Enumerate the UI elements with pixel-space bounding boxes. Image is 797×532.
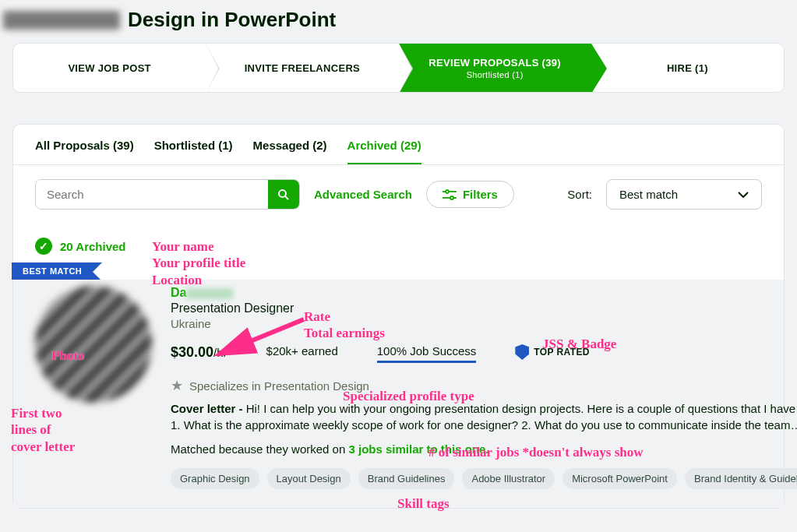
sliders-icon: [443, 189, 457, 200]
skill-tag[interactable]: Brand Guidelines: [358, 468, 455, 489]
top-rated-badge: TOP RATED: [515, 344, 590, 360]
redacted-name: [186, 288, 233, 299]
avatar[interactable]: [35, 286, 152, 403]
svg-point-3: [446, 190, 449, 193]
step-invite[interactable]: INVITE FREELANCERS: [206, 44, 398, 92]
tab-shortlisted[interactable]: Shortlisted (1): [154, 139, 233, 164]
job-success: 100% Job Success: [377, 344, 477, 363]
star-icon: ★: [171, 377, 183, 394]
step-hire[interactable]: HIRE (1): [591, 44, 784, 92]
sort-select[interactable]: Best match: [606, 179, 762, 210]
chevron-down-icon: [738, 192, 749, 198]
search-icon: [277, 188, 291, 202]
search-row: Advanced Search Filters Sort: Best match: [13, 165, 784, 224]
search-wrap: [35, 179, 300, 210]
skill-tag[interactable]: Layout Design: [267, 468, 351, 489]
step-view-job[interactable]: VIEW JOB POST: [13, 44, 206, 92]
archived-section-header[interactable]: ✓ 20 Archived: [13, 224, 784, 262]
check-circle-icon: ✓: [35, 238, 52, 255]
page-title: Design in PowerPoint: [0, 0, 797, 43]
shield-icon: [515, 344, 529, 360]
profile-title: Presentation Designer: [171, 301, 797, 315]
cover-letter: Cover letter - Hi! I can help you with y…: [171, 400, 797, 433]
svg-point-5: [450, 196, 453, 199]
skill-tag[interactable]: Brand Identity & Guidelines: [685, 468, 797, 489]
proposal-card[interactable]: Da Presentation Designer Ukraine $30.00/…: [13, 280, 784, 508]
tab-archived[interactable]: Archived (29): [347, 139, 421, 164]
search-button[interactable]: [268, 180, 299, 209]
sort-label: Sort:: [567, 188, 592, 201]
specializes-row: ★ Specializes in Presentation Design: [171, 377, 797, 394]
tab-messaged[interactable]: Messaged (2): [253, 139, 327, 164]
page-title-suffix: Design in PowerPoint: [128, 8, 336, 32]
matched-reason: Matched because they worked on 3 jobs si…: [171, 442, 797, 456]
rate: $30.00/hr: [171, 344, 227, 361]
filters-button[interactable]: Filters: [426, 181, 514, 208]
location: Ukraine: [171, 317, 797, 330]
progress-stepper: VIEW JOB POST INVITE FREELANCERS REVIEW …: [12, 43, 785, 93]
skill-tags: Graphic DesignLayout DesignBrand Guideli…: [171, 468, 797, 489]
redacted-title-prefix: [3, 11, 120, 30]
step-review[interactable]: REVIEW PROPOSALS (39) Shortlisted (1): [399, 44, 591, 92]
tab-all[interactable]: All Proposals (39): [35, 139, 134, 164]
proposal-tabs: All Proposals (39) Shortlisted (1) Messa…: [13, 125, 784, 165]
skill-tag[interactable]: Adobe Illustrator: [462, 468, 555, 489]
proposals-panel: All Proposals (39) Shortlisted (1) Messa…: [12, 124, 785, 509]
svg-point-0: [279, 190, 286, 197]
earned: $20k+ earned: [266, 344, 338, 358]
advanced-search-link[interactable]: Advanced Search: [314, 188, 412, 201]
similar-jobs-link[interactable]: 3 jobs similar to this one.: [348, 442, 488, 456]
best-match-ribbon: BEST MATCH: [12, 262, 93, 280]
skill-tag[interactable]: Microsoft PowerPoint: [562, 468, 677, 489]
search-input[interactable]: [36, 180, 268, 209]
skill-tag[interactable]: Graphic Design: [171, 468, 259, 489]
stats-row: $30.00/hr $20k+ earned 100% Job Success …: [171, 344, 797, 363]
freelancer-name[interactable]: Da: [171, 286, 797, 300]
svg-line-1: [285, 196, 288, 199]
